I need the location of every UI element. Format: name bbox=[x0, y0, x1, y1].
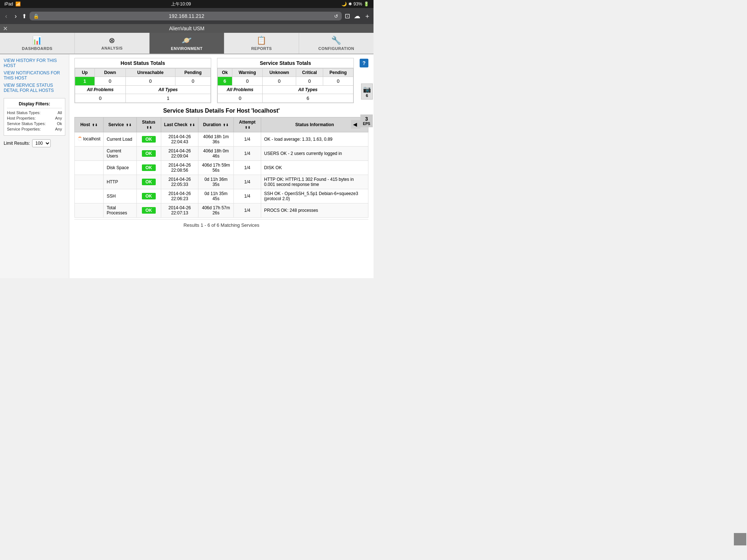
eps-widget[interactable]: ◀ bbox=[351, 120, 360, 129]
col-lastcheck[interactable]: Last Check ⬆⬇ bbox=[161, 117, 198, 132]
table-row: Current UsersOK2014-04-26 22:09:04406d 1… bbox=[75, 147, 368, 161]
help-button[interactable]: ? bbox=[360, 59, 368, 67]
status-totals-row: Host Status Totals Up Down Unreachable P… bbox=[74, 58, 368, 103]
col-duration[interactable]: Duration ⬆⬇ bbox=[198, 117, 233, 132]
svc-all-problems-label[interactable]: All Problems bbox=[218, 86, 263, 94]
cell-status: OK bbox=[136, 132, 161, 147]
filter-host-status-label: Host Status Types: bbox=[7, 110, 40, 115]
url-bar[interactable]: 🔒 192.168.11.212 ↺ bbox=[30, 12, 342, 20]
camera-count: 6 bbox=[363, 93, 371, 98]
host-all-types-label[interactable]: All Types bbox=[125, 86, 210, 94]
cell-host: localhost bbox=[75, 132, 104, 147]
filter-host-status: Host Status Types: All bbox=[7, 110, 62, 115]
host-down-header: Down bbox=[94, 69, 125, 77]
limit-label: Limit Results: bbox=[4, 141, 30, 146]
filters-title: Display Filters: bbox=[7, 101, 62, 108]
svc-problems-val: 0 bbox=[218, 94, 263, 103]
battery-icon: 🔋 bbox=[364, 1, 369, 7]
dashboards-icon: 📊 bbox=[32, 36, 42, 45]
host-up-header: Up bbox=[75, 69, 95, 77]
col-status[interactable]: Status ⬆⬇ bbox=[136, 117, 161, 132]
cell-attempt: 1/4 bbox=[233, 203, 261, 218]
limit-row: Limit Results: 100 50 25 bbox=[4, 139, 65, 147]
cell-duration: 406d 18h 0m 46s bbox=[198, 147, 233, 161]
display-filters: Display Filters: Host Status Types: All … bbox=[4, 98, 65, 136]
cell-duration: 406d 17h 57m 26s bbox=[198, 203, 233, 218]
time-label: 上午10:09 bbox=[171, 1, 191, 7]
tab-environment[interactable]: 🪐 ENVIRONMENT bbox=[150, 33, 224, 54]
camera-icon: 📷 bbox=[363, 85, 371, 93]
bluetooth-icon: ✱ bbox=[348, 1, 352, 7]
forward-button[interactable]: › bbox=[12, 12, 19, 21]
view-service-status-link[interactable]: VIEW SERVICE STATUS DETAIL FOR ALL HOSTS bbox=[4, 83, 65, 93]
svc-unknown-value[interactable]: 0 bbox=[263, 77, 296, 86]
cell-attempt: 1/4 bbox=[233, 175, 261, 189]
tab-configuration[interactable]: 🔧 CONFIGURATION bbox=[299, 33, 374, 54]
tab-reports[interactable]: 📋 REPORTS bbox=[224, 33, 299, 54]
cell-service[interactable]: Disk Space bbox=[104, 161, 136, 175]
tab-analysis-label: ANALYSIS bbox=[101, 46, 123, 50]
reload-button[interactable]: ↺ bbox=[334, 13, 338, 19]
wifi-icon: 📶 bbox=[15, 1, 21, 7]
cell-service[interactable]: Total Processes bbox=[104, 203, 136, 218]
app-title-bar: ✕ AlienVault USM bbox=[0, 24, 374, 33]
battery-label: 93% bbox=[353, 1, 362, 7]
right-content: Host Status Totals Up Down Unreachable P… bbox=[69, 54, 374, 278]
new-tab-button[interactable]: ＋ bbox=[364, 12, 371, 20]
main-content: VIEW HISTORY FOR THIS HOST VIEW NOTIFICA… bbox=[0, 54, 374, 278]
moon-icon: 🌙 bbox=[341, 1, 347, 7]
cell-service[interactable]: SSH bbox=[104, 189, 136, 203]
cell-duration: 406d 17h 59m 56s bbox=[198, 161, 233, 175]
svc-ok-value[interactable]: 6 bbox=[218, 77, 232, 86]
reader-button[interactable]: ⊡ bbox=[345, 12, 350, 20]
back-button[interactable]: ‹ bbox=[3, 12, 9, 21]
share-button[interactable]: ⬆ bbox=[22, 13, 27, 20]
cell-info: DISK OK bbox=[261, 161, 368, 175]
svc-ok-header: Ok bbox=[218, 69, 232, 77]
cell-service[interactable]: HTTP bbox=[104, 175, 136, 189]
host-unreachable-header: Unreachable bbox=[125, 69, 175, 77]
analysis-icon: ⊗ bbox=[109, 36, 115, 45]
camera-widget[interactable]: 📷 6 bbox=[361, 83, 373, 100]
host-all-problems-label[interactable]: All Problems bbox=[75, 86, 126, 94]
host-unreachable-value[interactable]: 0 bbox=[125, 77, 175, 86]
view-notifications-link[interactable]: VIEW NOTIFICATIONS FOR THIS HOST bbox=[4, 70, 65, 81]
host-status-totals: Host Status Totals Up Down Unreachable P… bbox=[74, 58, 211, 103]
duration-sort-icon: ⬆⬇ bbox=[223, 123, 229, 127]
close-button[interactable]: ✕ bbox=[3, 25, 8, 32]
cell-service[interactable]: Current Users bbox=[104, 147, 136, 161]
tab-analysis[interactable]: ⊗ ANALYSIS bbox=[75, 33, 150, 54]
table-row: SSHOK2014-04-26 22:06:230d 11h 35m 45s1/… bbox=[75, 189, 368, 203]
svc-critical-value[interactable]: 0 bbox=[296, 77, 323, 86]
cell-host bbox=[75, 175, 104, 189]
filter-host-props-label: Host Properties: bbox=[7, 116, 36, 120]
attempt-sort-icon: ⬆⬇ bbox=[245, 126, 251, 129]
configuration-icon: 🔧 bbox=[331, 36, 341, 45]
col-attempt[interactable]: Attempt ⬆⬇ bbox=[233, 117, 261, 132]
view-history-link[interactable]: VIEW HISTORY FOR THIS HOST bbox=[4, 58, 65, 68]
tab-configuration-label: CONFIGURATION bbox=[318, 46, 355, 51]
col-service[interactable]: Service ⬆⬇ bbox=[104, 117, 136, 132]
col-host[interactable]: Host ⬆⬇ bbox=[75, 117, 104, 132]
cell-info: OK - load average: 1.33, 1.63, 0.89 bbox=[261, 132, 368, 147]
cloud-button[interactable]: ☁ bbox=[354, 12, 360, 20]
host-pending-header: Pending bbox=[175, 69, 211, 77]
cell-lastcheck: 2014-04-26 22:05:33 bbox=[161, 175, 198, 189]
svc-pending-value[interactable]: 0 bbox=[323, 77, 353, 86]
filter-service-status-value: Ok bbox=[57, 121, 62, 126]
cell-lastcheck: 2014-04-26 22:09:04 bbox=[161, 147, 198, 161]
host-down-value[interactable]: 0 bbox=[94, 77, 125, 86]
host-up-value[interactable]: 1 bbox=[75, 77, 95, 86]
url-text: 192.168.11.212 bbox=[41, 13, 332, 19]
tab-environment-label: ENVIRONMENT bbox=[171, 46, 203, 51]
svc-warning-value[interactable]: 0 bbox=[232, 77, 262, 86]
svc-all-types-label[interactable]: All Types bbox=[263, 86, 353, 94]
cell-service[interactable]: Current Load bbox=[104, 132, 136, 147]
status-left: iPad 📶 bbox=[4, 1, 21, 7]
limit-select[interactable]: 100 50 25 bbox=[32, 139, 51, 147]
host-pending-value[interactable]: 0 bbox=[175, 77, 211, 86]
cell-host bbox=[75, 147, 104, 161]
cell-lastcheck: 2014-04-26 22:04:43 bbox=[161, 132, 198, 147]
tab-dashboards[interactable]: 📊 DASHBOARDS bbox=[0, 33, 75, 54]
sidebar: VIEW HISTORY FOR THIS HOST VIEW NOTIFICA… bbox=[0, 54, 69, 278]
